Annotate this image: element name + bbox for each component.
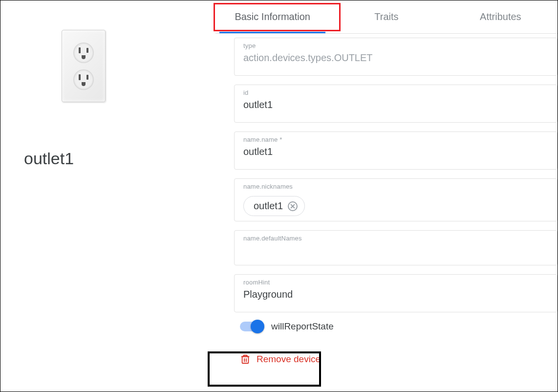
field-label: name.nicknames <box>243 183 548 190</box>
device-preview-panel: outlet1 <box>0 0 215 392</box>
roomhint-input[interactable] <box>243 289 548 300</box>
outlet-socket-top <box>73 43 94 63</box>
remove-device-label: Remove device <box>257 354 321 365</box>
nickname-chip-label: outlet1 <box>254 200 283 212</box>
tab-bar: Basic Information Traits Attributes <box>215 0 558 34</box>
defaultnames-input[interactable] <box>243 245 548 256</box>
tab-traits[interactable]: Traits <box>329 0 443 33</box>
type-value: action.devices.types.OUTLET <box>243 52 548 64</box>
name-name-input[interactable] <box>243 146 548 157</box>
toggle-label: willReportState <box>271 321 334 332</box>
field-label: id <box>243 89 548 96</box>
will-report-state-toggle[interactable] <box>240 322 262 331</box>
tab-label: Attributes <box>480 11 521 22</box>
device-title: outlet1 <box>24 149 74 168</box>
trash-icon <box>240 353 251 365</box>
form-area: type action.devices.types.OUTLET id name… <box>215 34 558 375</box>
tab-label: Basic Information <box>235 11 310 22</box>
field-name-nicknames: name.nicknames outlet1 <box>234 178 558 221</box>
tab-label: Traits <box>374 11 398 22</box>
field-roomhint: roomHint <box>234 274 558 312</box>
field-label: name.defaultNames <box>243 235 548 242</box>
id-input[interactable] <box>243 99 548 110</box>
tab-basic-information[interactable]: Basic Information <box>215 0 329 33</box>
tab-attributes[interactable]: Attributes <box>444 0 558 33</box>
field-name-defaultnames: name.defaultNames <box>234 230 558 265</box>
svg-rect-2 <box>242 357 249 364</box>
field-name-name: name.name * <box>234 131 558 170</box>
active-tab-underline <box>219 32 325 33</box>
field-label: roomHint <box>243 279 548 286</box>
field-id: id <box>234 85 558 123</box>
remove-device-button[interactable]: Remove device <box>234 344 342 375</box>
field-label: type <box>243 42 548 49</box>
toggle-knob <box>251 320 264 333</box>
outlet-icon <box>62 30 106 102</box>
nickname-chip: outlet1 <box>243 196 305 216</box>
field-type: type action.devices.types.OUTLET <box>234 38 558 76</box>
remove-chip-icon[interactable] <box>288 201 298 211</box>
field-label: name.name * <box>243 136 548 143</box>
outlet-socket-bottom <box>73 69 94 90</box>
will-report-state-row: willReportState <box>240 321 558 332</box>
